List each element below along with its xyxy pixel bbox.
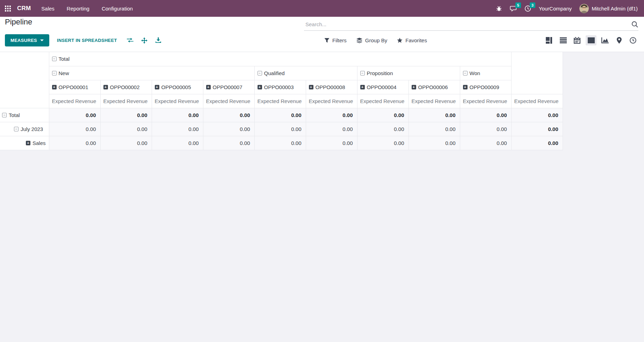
company-menu[interactable]: YourCompany [539,6,572,12]
expand-icon[interactable]: + [52,85,57,89]
filters-button[interactable]: Filters [324,37,347,43]
opportunity-label: OPPO00009 [470,84,499,90]
pivot-grand-total-header [511,52,563,94]
bug-icon [496,5,502,12]
search-icon [631,21,638,28]
view-switcher [544,34,638,46]
measure-header[interactable]: Expected Revenue [460,94,511,108]
pivot-row-sales: +Sales 0.00 0.00 0.00 0.00 0.00 0.00 0.0… [0,136,563,150]
expand-icon[interactable]: + [360,85,365,89]
menu-configuration[interactable]: Configuration [102,6,133,12]
favorites-label: Favorites [405,37,427,43]
debug-button[interactable] [496,5,502,12]
expand-icon[interactable]: + [26,141,30,145]
pivot-col-stage-proposition[interactable]: −Proposition [357,66,460,80]
pivot-cell: 0.00 [511,122,563,136]
row-label: Total [9,112,20,118]
opportunity-label: OPPO00001 [59,84,88,90]
pivot-cell: 0.00 [254,122,306,136]
collapse-icon[interactable]: − [14,127,19,131]
pivot-col-group-total[interactable]: − Total [49,52,511,66]
group-by-button[interactable]: Group By [356,37,387,43]
view-map-button[interactable] [614,35,624,45]
pivot-cell: 0.00 [49,122,100,136]
pivot-col-opportunity[interactable]: +OPPO00007 [203,80,254,94]
pivot-cell: 0.00 [511,108,563,122]
pivot-col-opportunity[interactable]: +OPPO00006 [408,80,460,94]
page-title: Pipeline [5,17,32,27]
view-calendar-button[interactable] [572,35,583,45]
layers-icon [356,38,362,43]
pivot-cell: 0.00 [306,122,357,136]
pivot-col-opportunity[interactable]: +OPPO00004 [357,80,408,94]
user-menu[interactable]: Mitchell Admin (df1) [579,4,638,13]
pivot-col-opportunity[interactable]: +OPPO00009 [460,80,511,94]
collapse-icon[interactable]: − [258,71,262,75]
measure-header[interactable]: Expected Revenue [152,94,203,108]
pivot-col-stage-new[interactable]: −New [49,66,254,80]
pivot-col-stage-qualified[interactable]: −Qualified [254,66,357,80]
expand-icon[interactable]: + [309,85,313,89]
pivot-col-opportunity[interactable]: +OPPO00003 [254,80,306,94]
collapse-icon[interactable]: − [2,113,7,117]
measure-header[interactable]: Expected Revenue [254,94,306,108]
expand-icon[interactable]: + [103,85,108,89]
messages-button[interactable]: 5 [510,5,517,12]
view-list-button[interactable] [558,35,569,45]
pivot-col-opportunity[interactable]: +OPPO00001 [49,80,100,94]
download-button[interactable] [154,36,163,45]
view-pivot-button[interactable] [586,35,596,45]
pivot-col-opportunity[interactable]: +OPPO00008 [306,80,357,94]
pivot-cell: 0.00 [511,136,563,150]
measure-header[interactable]: Expected Revenue [306,94,357,108]
pivot-cell: 0.00 [306,108,357,122]
menu-reporting[interactable]: Reporting [67,6,89,12]
favorites-button[interactable]: Favorites [397,37,427,43]
apps-grid-icon [5,6,11,12]
measure-header[interactable]: Expected Revenue [49,94,100,108]
expand-icon[interactable]: + [206,85,211,89]
pivot-col-opportunity[interactable]: +OPPO00005 [152,80,203,94]
pivot-row-header-sales[interactable]: +Sales [0,136,49,150]
measure-header[interactable]: Expected Revenue [511,94,563,108]
flip-axis-button[interactable] [125,36,135,45]
row-label: July 2023 [21,126,43,132]
topbar: CRM Sales Reporting Configuration 5 [0,0,644,17]
pivot-icon [588,37,595,43]
search-bar [304,19,638,31]
measure-header[interactable]: Expected Revenue [408,94,460,108]
expand-icon[interactable]: + [412,85,416,89]
app-name[interactable]: CRM [17,5,31,12]
collapse-icon[interactable]: − [52,71,57,75]
search-input[interactable] [304,19,627,29]
expand-all-button[interactable] [140,36,149,45]
menu-sales[interactable]: Sales [41,6,55,12]
row-label: Sales [32,140,46,146]
pivot-corner-cell [0,52,49,108]
expand-icon[interactable]: + [258,85,262,89]
opportunity-label: OPPO00003 [264,84,294,90]
pivot-row-header-july-2023[interactable]: −July 2023 [0,122,49,136]
view-graph-button[interactable] [600,35,610,45]
activities-button[interactable]: 3 [524,5,531,12]
measure-header[interactable]: Expected Revenue [100,94,152,108]
measure-header[interactable]: Expected Revenue [357,94,408,108]
pivot-col-opportunity[interactable]: +OPPO00002 [100,80,152,94]
stage-label: New [59,70,69,76]
collapse-icon[interactable]: − [52,57,57,61]
expand-icon[interactable]: + [155,85,159,89]
collapse-icon[interactable]: − [360,71,365,75]
view-activity-button[interactable] [628,35,638,45]
measure-header[interactable]: Expected Revenue [203,94,254,108]
pivot-cell: 0.00 [100,122,152,136]
insert-in-spreadsheet-button[interactable]: INSERT IN SPREADSHEET [57,38,117,43]
pivot-row-header-total[interactable]: −Total [0,108,49,122]
map-pin-icon [617,37,622,44]
search-button[interactable] [631,21,638,28]
expand-icon[interactable]: + [463,85,468,89]
measures-button[interactable]: MEASURES [5,34,49,46]
pivot-col-stage-won[interactable]: −Won [460,66,511,80]
apps-menu-button[interactable] [3,4,12,13]
view-kanban-button[interactable] [544,35,555,45]
collapse-icon[interactable]: − [463,71,468,75]
